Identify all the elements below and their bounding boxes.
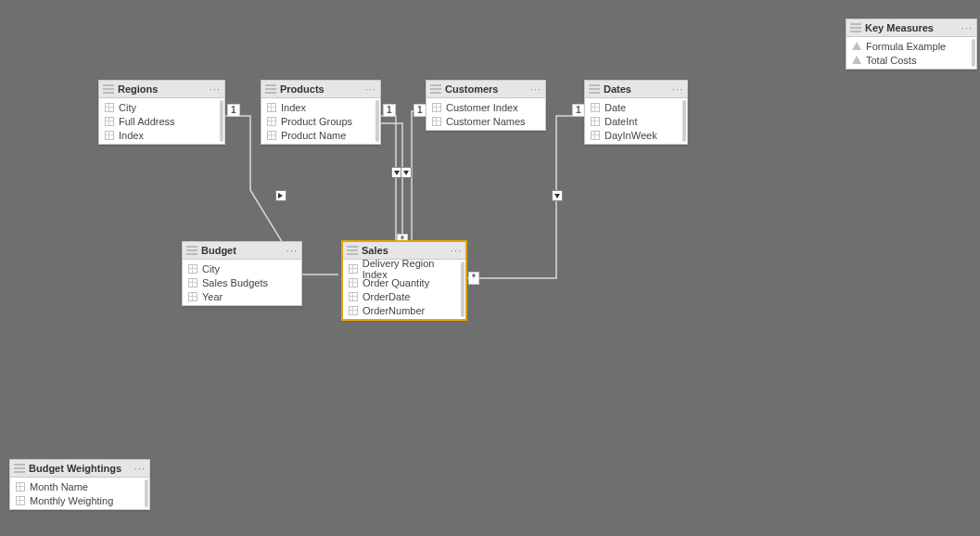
more-icon[interactable]: ··· — [210, 84, 221, 94]
table-title: Sales — [362, 245, 451, 256]
field: OrderDate — [343, 289, 465, 303]
table-products[interactable]: Products ··· Index Product Groups Produc… — [261, 80, 381, 145]
field: City — [183, 262, 301, 275]
more-icon[interactable]: ··· — [672, 84, 683, 94]
scrollbar[interactable] — [682, 100, 686, 142]
rel-dates-sales — [466, 116, 584, 278]
table-header[interactable]: Regions ··· — [99, 81, 224, 98]
table-budget-weightings[interactable]: Budget Weightings ··· Month Name Monthly… — [9, 459, 150, 510]
fields-list: Formula Example Total Costs — [846, 37, 976, 69]
fields-list: Index Product Groups Product Name — [261, 98, 380, 144]
rel-customers-sales — [412, 111, 426, 241]
rel-products-sales-a — [381, 116, 396, 243]
column-icon — [105, 103, 114, 112]
measure-icon — [852, 56, 861, 65]
fields-list: Delivery Region Index Order Quantity Ord… — [343, 260, 465, 319]
scrollbar[interactable] — [375, 100, 379, 142]
field: Product Name — [261, 128, 380, 142]
column-icon — [591, 117, 600, 126]
cardinality-customers-one: 1 — [414, 104, 426, 117]
column-icon — [188, 278, 197, 287]
field: Full Address — [99, 114, 224, 128]
column-icon — [188, 264, 197, 274]
cardinality-sales-many-2: * — [468, 272, 479, 285]
more-icon[interactable]: ··· — [530, 84, 541, 94]
column-icon — [267, 117, 276, 126]
scrollbar[interactable] — [220, 100, 223, 142]
table-icon — [103, 84, 114, 94]
fields-list: Date DateInt DayInWeek — [585, 98, 687, 144]
table-dates[interactable]: Dates ··· Date DateInt DayInWeek — [584, 80, 688, 145]
column-icon — [432, 117, 441, 126]
field: Customer Index — [426, 100, 545, 114]
field: Year — [183, 289, 301, 303]
filter-arrow-regions — [275, 190, 286, 201]
field: Formula Example — [846, 39, 976, 53]
scrollbar[interactable] — [461, 262, 465, 317]
table-header[interactable]: Products ··· — [261, 81, 380, 98]
column-icon — [349, 278, 358, 287]
measure-icon — [852, 42, 861, 51]
field: Index — [99, 128, 224, 142]
more-icon[interactable]: ··· — [286, 246, 298, 255]
table-title: Budget Weightings — [29, 463, 134, 474]
table-sales[interactable]: Sales ··· Delivery Region Index Order Qu… — [342, 241, 466, 320]
table-icon — [347, 246, 358, 255]
field: City — [99, 100, 224, 114]
column-icon — [349, 264, 358, 274]
column-icon — [188, 292, 197, 301]
table-title: Products — [280, 83, 365, 95]
scrollbar[interactable] — [145, 479, 148, 507]
table-header[interactable]: Sales ··· — [343, 242, 465, 260]
table-header[interactable]: Customers ··· — [426, 81, 545, 98]
more-icon[interactable]: ··· — [961, 23, 973, 32]
more-icon[interactable]: ··· — [365, 84, 376, 94]
table-key-measures[interactable]: Key Measures ··· Formula Example Total C… — [846, 19, 977, 70]
table-title: Dates — [604, 83, 672, 95]
cardinality-dates-one: 1 — [572, 104, 585, 117]
cardinality-regions-one: 1 — [227, 104, 240, 117]
table-budget[interactable]: Budget ··· City Sales Budgets Year — [182, 241, 302, 306]
fields-list: City Full Address Index — [99, 98, 224, 144]
table-header[interactable]: Key Measures ··· — [846, 19, 976, 37]
field: Index — [261, 100, 380, 114]
scrollbar[interactable] — [972, 39, 975, 67]
field: Total Costs — [846, 53, 976, 67]
column-icon — [267, 103, 276, 112]
column-icon — [591, 103, 600, 112]
table-header[interactable]: Budget Weightings ··· — [10, 460, 149, 478]
table-customers[interactable]: Customers ··· Customer Index Customer Na… — [426, 80, 546, 131]
column-icon — [105, 131, 114, 140]
table-icon — [186, 246, 197, 255]
column-icon — [267, 131, 276, 140]
field: Product Groups — [261, 114, 380, 128]
filter-arrow-dates — [552, 190, 563, 201]
field: DayInWeek — [585, 128, 687, 142]
table-header[interactable]: Dates ··· — [585, 81, 687, 98]
column-icon — [349, 292, 358, 301]
fields-list: City Sales Budgets Year — [183, 260, 301, 305]
table-icon — [14, 464, 25, 473]
table-regions[interactable]: Regions ··· City Full Address Index — [98, 80, 225, 145]
more-icon[interactable]: ··· — [134, 464, 146, 473]
column-icon — [591, 131, 600, 140]
field: DateInt — [585, 114, 687, 128]
table-title: Customers — [445, 83, 530, 95]
field: Sales Budgets — [183, 275, 301, 289]
table-header[interactable]: Budget ··· — [183, 242, 301, 260]
field: Delivery Region Index — [343, 262, 465, 275]
more-icon[interactable]: ··· — [451, 246, 462, 255]
fields-list: Customer Index Customer Names — [426, 98, 545, 130]
table-title: Regions — [118, 83, 210, 95]
column-icon — [105, 117, 114, 126]
table-icon — [850, 23, 861, 32]
field: OrderNumber — [343, 303, 465, 317]
fields-list: Month Name Monthly Weighting — [10, 478, 149, 509]
filter-arrow-products-b — [401, 167, 412, 178]
field: Customer Names — [426, 114, 545, 128]
field: Monthly Weighting — [10, 493, 149, 507]
rel-products-sales-b — [381, 123, 402, 243]
table-title: Key Measures — [865, 22, 961, 33]
table-title: Budget — [201, 245, 286, 256]
column-icon — [432, 103, 441, 112]
